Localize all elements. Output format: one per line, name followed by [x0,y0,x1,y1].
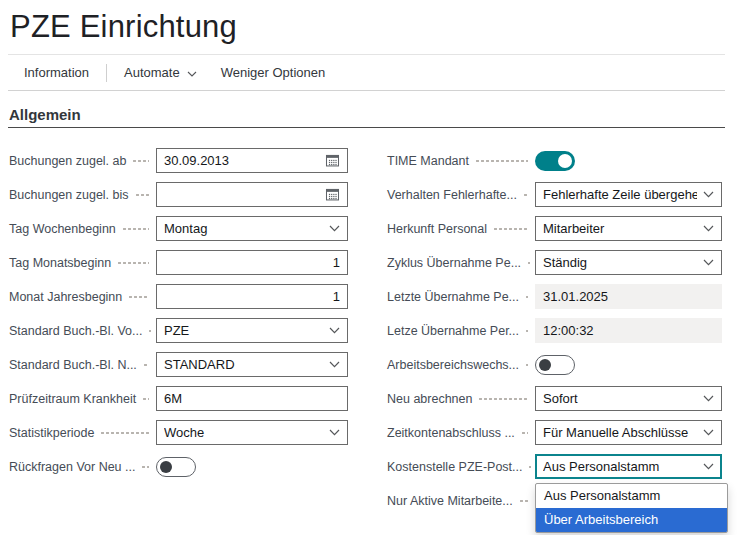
dotted-leader [525,362,528,368]
tag-wochenbeginn-select[interactable]: Montag [156,216,348,241]
field-value: 31.01.2025 [543,289,608,304]
action-information[interactable]: Information [12,65,101,80]
dotted-leader [493,226,528,232]
section-header-allgemein[interactable]: Allgemein [8,106,725,128]
calendar-icon[interactable] [325,187,340,202]
field-row-zyklus-ubernahme-pe: Zyklus Übernahme Pe...Ständig [387,250,722,275]
field-control: 1 [156,284,348,309]
field-label-wrap: Letzte Übernahme Pe... [387,290,535,304]
toggle-knob [558,154,572,168]
dotted-leader [475,158,528,164]
kostenstelle-pze-post-select[interactable]: Aus Personalstamm [535,454,722,479]
dotted-leader [478,396,528,402]
time-mandant-toggle[interactable] [535,151,575,171]
field-label-wrap: Herkunft Personal [387,222,535,236]
field-label: Nur Aktive Mitarbeite... [387,494,513,508]
field-label-wrap: Standard Buch.-Bl. Vo... [9,324,156,338]
field-label: Kostenstelle PZE-Post... [387,460,522,474]
field-value: 6M [164,391,340,406]
dotted-leader [135,192,149,198]
chevron-down-icon [329,225,340,232]
field-control: Fehlerhafte Zeile übergehen [535,182,722,207]
field-label: Standard Buch.-Bl. Vo... [9,324,142,338]
field-row-tag-wochenbeginn: Tag WochenbeginnMontag [9,216,348,241]
letzte-ubernahme-pe-readonly-field: 31.01.2025 [535,284,722,309]
action-automate[interactable]: Automate [112,65,209,80]
field-value: Ständig [543,255,697,270]
field-label-wrap: Statistikperiode [9,426,156,440]
ruckfragen-vor-neu-toggle[interactable] [156,457,196,477]
field-value: STANDARD [164,357,323,372]
field-label-wrap: Zyklus Übernahme Pe... [387,256,535,270]
chevron-down-icon [703,191,714,198]
field-control: PZE [156,318,348,343]
action-bar-divider [106,64,107,82]
field-label-wrap: Monat Jahresbeginn [9,290,156,304]
chevron-down-icon [329,361,340,368]
field-control: Woche [156,420,348,445]
calendar-icon[interactable] [325,153,340,168]
dotted-leader [528,464,531,470]
field-row-monat-jahresbeginn: Monat Jahresbeginn1 [9,284,348,309]
dotted-leader [142,396,149,402]
dropdown-option-uber-arbeitsbereich[interactable]: Über Arbeitsbereich [536,508,727,532]
tag-monatsbeginn-input[interactable]: 1 [156,250,348,275]
statistikperiode-select[interactable]: Woche [156,420,348,445]
prufzeitraum-krankheit-input[interactable]: 6M [156,386,348,411]
field-value: 1 [164,289,340,304]
dropdown-option-aus-personalstamm[interactable]: Aus Personalstamm [536,484,727,508]
standard-buch-bl-vo-select[interactable]: PZE [156,318,348,343]
arbeitsbereichswechs-toggle[interactable] [535,355,575,375]
page-title: PZE Einrichtung [8,0,725,54]
neu-abrechnen-select[interactable]: Sofort [535,386,722,411]
verhalten-fehlerhafte-select[interactable]: Fehlerhafte Zeile übergehen [535,182,722,207]
buchungen-zugel-ab-input[interactable]: 30.09.2013 [156,148,348,173]
dotted-leader [519,498,528,504]
chevron-down-icon [703,429,714,436]
field-row-standard-buch-bl-n: Standard Buch.-Bl. N...STANDARD [9,352,348,377]
field-row-zeitkontenabschluss: Zeitkontenabschluss ...Für Manuelle Absc… [387,420,722,445]
field-row-verhalten-fehlerhafte: Verhalten Fehlerhafte...Fehlerhafte Zeil… [387,182,722,207]
field-label-wrap: Tag Monatsbeginn [9,256,156,270]
field-label: Standard Buch.-Bl. N... [9,358,137,372]
field-control: Sofort [535,386,722,411]
field-label-wrap: Nur Aktive Mitarbeite... [387,494,535,508]
field-value: Sofort [543,391,697,406]
zyklus-ubernahme-pe-select[interactable]: Ständig [535,250,722,275]
herkunft-personal-select[interactable]: Mitarbeiter [535,216,722,241]
field-label-wrap: TIME Mandant [387,154,535,168]
chevron-down-icon [329,327,340,334]
standard-buch-bl-n-select[interactable]: STANDARD [156,352,348,377]
field-control: Montag [156,216,348,241]
field-value: 30.09.2013 [164,153,319,168]
field-value: Mitarbeiter [543,221,697,236]
fields-column-right: TIME MandantVerhalten Fehlerhafte...Fehl… [387,148,722,513]
chevron-down-icon [187,69,197,77]
buchungen-zugel-bis-input[interactable] [156,182,348,207]
field-value: Woche [164,425,323,440]
field-control [535,151,722,171]
dotted-leader [132,158,149,164]
action-weniger-optionen[interactable]: Weniger Optionen [209,65,338,80]
field-label: Letzte Übernahme Pe... [387,290,519,304]
field-row-neu-abrechnen: Neu abrechnenSofort [387,386,722,411]
field-row-statistikperiode: StatistikperiodeWoche [9,420,348,445]
field-value: 12:00:32 [543,323,594,338]
zeitkontenabschluss-select[interactable]: Für Manuelle Abschlüsse [535,420,722,445]
field-control: 30.09.2013 [156,148,348,173]
field-control: 12:00:32 [535,318,722,343]
field-label-wrap: Letze Übernahme Per... [387,324,535,338]
field-value: Fehlerhafte Zeile übergehen [543,187,697,202]
field-control [535,355,722,375]
field-control [156,182,348,207]
field-label: Neu abrechnen [387,392,472,406]
field-label: Rückfragen Vor Neu ... [9,460,135,474]
field-label-wrap: Tag Wochenbeginn [9,222,156,236]
field-row-prufzeitraum-krankheit: Prüfzeitraum Krankheit6M [9,386,348,411]
field-label-wrap: Buchungen zugel. ab [9,154,156,168]
field-row-tag-monatsbeginn: Tag Monatsbeginn1 [9,250,348,275]
toggle-knob [539,359,551,371]
dotted-leader [525,328,528,334]
field-label: Buchungen zugel. ab [9,154,126,168]
monat-jahresbeginn-input[interactable]: 1 [156,284,348,309]
